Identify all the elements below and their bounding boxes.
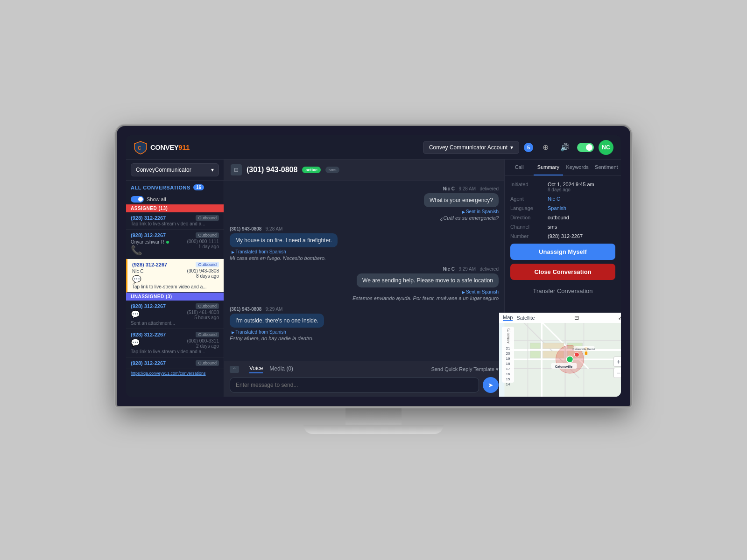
chat-icon: 💬 <box>131 310 140 319</box>
map-layers-icon[interactable]: ⊟ <box>574 315 579 321</box>
info-row-initiated: Initiated Oct 1, 2024 9:45 am 8 days ago <box>510 182 615 192</box>
tab-call[interactable]: Call <box>505 160 534 175</box>
main-content: ConveyCommunicator ▾ ALL CONVERSATIONS 1… <box>126 160 621 397</box>
collapse-sidebar-button[interactable]: ⊟ <box>231 164 242 175</box>
right-panel: Call Summary Keywords Sentiment Initiate… <box>504 160 621 397</box>
show-all-toggle[interactable] <box>131 196 144 203</box>
active-status-badge: active <box>302 167 321 173</box>
assigned-section-header: ASSIGNED (13) <box>126 204 224 212</box>
translated-text: ¿Cuál es su emergencia? <box>440 215 499 221</box>
panel-content: Initiated Oct 1, 2024 9:45 am 8 days ago… <box>505 176 621 313</box>
collapse-messages-button[interactable]: ⌃ <box>230 366 239 373</box>
conversations-count-badge: 16 <box>193 184 204 190</box>
map-container: Map Satellite ⊟ ⤢ Altitude(ft) 21 20 19 … <box>499 313 621 397</box>
quick-reply-dropdown[interactable]: Send Quick Reply Template ▾ <box>431 366 499 372</box>
chat-phone-number: (301) 943-0808 <box>247 166 297 174</box>
chat-icon: 💬 <box>131 338 140 347</box>
tab-summary[interactable]: Summary <box>534 160 563 175</box>
chat-area: ⊟ (301) 943-0808 active sms Nic C 9:28 A… <box>224 160 504 397</box>
translation-label: Sent in Spanish <box>460 209 499 214</box>
add-icon[interactable]: ⊕ <box>538 140 553 155</box>
top-bar-right: Convey Communicator Account ▾ 5 ⊕ 🔊 NC <box>423 140 613 155</box>
info-row-agent: Agent Nic C <box>510 196 615 202</box>
language-value: Spanish <box>548 205 566 211</box>
map-expand-icon[interactable]: ⤢ <box>618 315 621 321</box>
svg-point-20 <box>575 352 579 357</box>
status-toggle[interactable] <box>577 143 594 152</box>
list-item[interactable]: (928) 312-2267 Outbound Onyaneshwar R 📞 <box>126 230 224 259</box>
chat-footer: ⌃ Voice Media (0) Send Quick Reply Templ… <box>224 361 504 397</box>
translated-text: Estoy afuera, no hay nadie la dentro. <box>230 336 314 341</box>
map-tabs-bar: Map Satellite ⊟ ⤢ <box>499 313 621 323</box>
speaker-icon[interactable]: 🔊 <box>557 140 572 155</box>
translated-text: Mi casa esta en fuego. Necesito bombero. <box>230 255 326 261</box>
transfer-conversation-button[interactable]: Transfer Conversation <box>510 284 615 298</box>
panel-tabs: Call Summary Keywords Sentiment <box>505 160 621 176</box>
svg-text:Catonsville Dental: Catonsville Dental <box>572 348 595 350</box>
unassigned-section-header: UNASSIGNED (3) <box>126 293 224 301</box>
svg-rect-12 <box>530 343 541 349</box>
info-row-number: Number (928) 312-2267 <box>510 233 615 239</box>
message-input[interactable] <box>230 378 479 392</box>
phone-icon: 📞 <box>131 245 169 256</box>
list-item[interactable]: (928) 312-2267 Outbound Nic C 💬 (301) 94… <box>126 259 224 293</box>
sidebar: ConveyCommunicator ▾ ALL CONVERSATIONS 1… <box>126 160 224 397</box>
show-all-label: Show all <box>147 196 166 202</box>
message-bubble: What is your emergency? <box>424 193 499 207</box>
map-tab-map[interactable]: Map <box>503 315 513 321</box>
messages-area: Nic C 9:28 AM delivered What is your eme… <box>224 181 504 361</box>
map-svg: Catonsville Catonsville Dental <box>499 313 621 397</box>
unassign-myself-button[interactable]: Unassign Myself <box>510 244 615 260</box>
svg-point-19 <box>567 356 573 363</box>
list-item[interactable]: (928) 312-2267 Outbound 💬 (518) 461-4808… <box>126 301 224 329</box>
info-row-direction: Direction outbound <box>510 215 615 220</box>
message-group: Nic C 9:28 AM delivered What is your eme… <box>230 186 499 221</box>
account-selector[interactable]: Convey Communicator Account ▾ <box>423 141 519 154</box>
message-group: (301) 943-0808 9:28 AM My house is on fi… <box>230 226 499 261</box>
message-group: Nic C 9:29 AM delivered We are sending h… <box>230 266 499 301</box>
close-conversation-button[interactable]: Close Conversation <box>510 264 615 280</box>
sidebar-dropdown: ConveyCommunicator ▾ <box>126 160 224 181</box>
all-conversations-header: ALL CONVERSATIONS 16 <box>126 181 224 194</box>
svg-rect-22 <box>585 351 588 355</box>
info-row-channel: Channel sms <box>510 224 615 230</box>
message-bubble: I'm outside, there's no one inside. <box>230 314 324 328</box>
initiated-value: Oct 1, 2024 9:45 am <box>548 182 594 187</box>
map-tab-satellite[interactable]: Satellite <box>516 315 535 321</box>
initiated-sub: 8 days ago <box>548 187 594 192</box>
tab-keywords[interactable]: Keywords <box>563 160 592 175</box>
altitude-bar: Altitude(ft) 21 20 19 18 17 16 15 14 <box>502 327 514 383</box>
logo-area: C CONVEY911 <box>134 140 227 154</box>
list-item[interactable]: (928) 312-2267 Outbound <box>126 357 224 369</box>
sms-channel-badge: sms <box>325 167 340 173</box>
top-bar: C CONVEY911 Convey Communicator Account … <box>126 135 621 160</box>
translation-label: Sent in Spanish <box>460 289 499 294</box>
message-input-row: ➤ <box>230 377 499 393</box>
zoom-out-button[interactable]: − <box>613 368 621 378</box>
online-indicator <box>166 241 169 244</box>
translation-label: Translated from Spanish <box>230 329 286 335</box>
chevron-down-icon: ▾ <box>211 167 214 173</box>
list-item[interactable]: (928) 312-2267 Outbound 💬 (000) 000-3311… <box>126 329 224 357</box>
translation-label: Translated from Spanish <box>230 249 286 254</box>
send-button[interactable]: ➤ <box>483 377 499 393</box>
chat-tabs: ⌃ Voice Media (0) Send Quick Reply Templ… <box>230 365 499 373</box>
sidebar-url[interactable]: https://qa.convey911.com/conversations <box>126 369 224 378</box>
chat-icon: 💬 <box>132 275 143 284</box>
list-item[interactable]: (928) 312-2267 Outbound Tap link to live… <box>126 212 224 230</box>
altitude-label: Altitude(ft) <box>507 329 510 343</box>
svg-text:Catonsville: Catonsville <box>555 365 572 368</box>
translated-text: Estamos enviando ayuda. Por favor, muéva… <box>352 295 499 301</box>
message-bubble: We are sending help. Please move to a sa… <box>357 273 499 287</box>
notification-badge[interactable]: 5 <box>524 143 533 152</box>
message-bubble: My house is on fire. I need a firefighte… <box>230 233 338 247</box>
tab-media[interactable]: Media (0) <box>269 365 293 373</box>
tab-voice[interactable]: Voice <box>249 365 263 373</box>
tab-sentiment[interactable]: Sentiment <box>592 160 621 175</box>
number-value: (928) 312-2267 <box>548 233 583 239</box>
avatar[interactable]: NC <box>599 140 613 155</box>
communicator-dropdown[interactable]: ConveyCommunicator ▾ <box>131 163 219 176</box>
all-conversations-label: ALL CONVERSATIONS <box>131 185 190 190</box>
zoom-in-button[interactable]: + <box>613 357 621 367</box>
agent-value[interactable]: Nic C <box>548 196 560 202</box>
